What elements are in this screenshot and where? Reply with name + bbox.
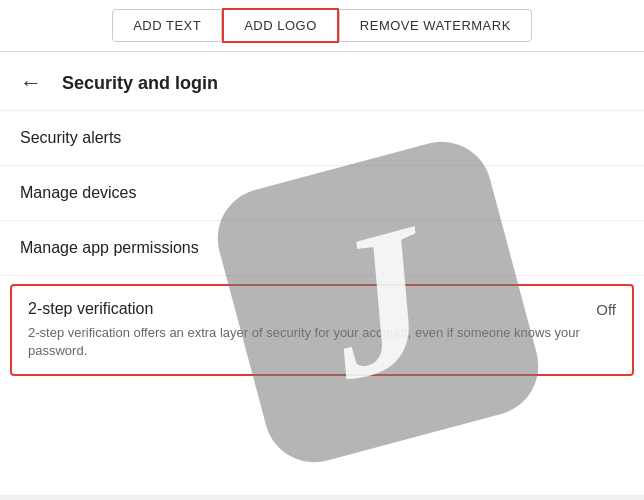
list-item[interactable]: Manage devices [0,166,644,221]
main-content: ← Security and login Security alerts Man… [0,52,644,495]
list-item[interactable]: Manage app permissions [0,221,644,276]
item-label: Manage devices [20,184,137,201]
list-item[interactable]: Security alerts [0,111,644,166]
page-header: ← Security and login [0,52,644,111]
toolbar: ADD TEXT ADD LOGO REMOVE WATERMARK [0,0,644,52]
item-label: Security alerts [20,129,121,146]
page-title: Security and login [62,73,218,94]
add-text-button[interactable]: ADD TEXT [112,9,222,42]
item-row: 2-step verification Off [28,300,616,318]
phone-panel: ← Security and login Security alerts Man… [0,52,644,495]
back-button[interactable]: ← [20,70,42,96]
item-description: 2-step verification offers an extra laye… [28,324,616,360]
settings-list: Security alerts Manage devices Manage ap… [0,111,644,376]
item-label: Manage app permissions [20,239,199,256]
item-value: Off [596,301,616,318]
remove-watermark-button[interactable]: REMOVE WATERMARK [339,9,532,42]
item-label: 2-step verification [28,300,153,318]
add-logo-button[interactable]: ADD LOGO [222,8,339,43]
two-step-verification-item[interactable]: 2-step verification Off 2-step verificat… [10,284,634,376]
